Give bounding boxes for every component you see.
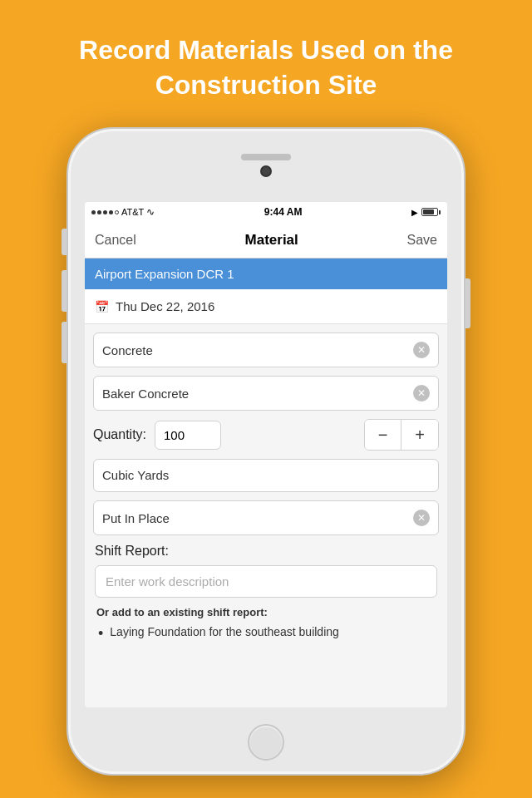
battery-body xyxy=(421,208,438,216)
supplier-clear[interactable]: ✕ xyxy=(413,385,430,401)
dot5 xyxy=(115,210,119,214)
shift-report-label: Shift Report: xyxy=(95,544,437,559)
vol-up-button xyxy=(62,270,66,312)
project-name: Airport Expansion DCR 1 xyxy=(95,267,234,281)
bullet-icon: • xyxy=(98,625,103,643)
status-right: ▶ xyxy=(411,208,441,217)
location-icon: ▶ xyxy=(411,208,418,217)
camera xyxy=(260,165,272,177)
placement-clear[interactable]: ✕ xyxy=(413,510,430,526)
signal-icon xyxy=(91,210,119,214)
quantity-label: Quantity: xyxy=(93,427,146,442)
phone-screen: AT&T ∿ 9:44 AM ▶ Cancel Materia xyxy=(85,202,447,707)
header-title: Record Materials Used on the Constructio… xyxy=(0,0,532,127)
supplier-field[interactable]: Baker Concrete ✕ xyxy=(93,376,439,411)
quantity-stepper: − + xyxy=(364,419,439,451)
material-type-clear[interactable]: ✕ xyxy=(413,342,430,358)
unit-field[interactable]: Cubic Yards xyxy=(93,459,439,492)
phone-shell: AT&T ∿ 9:44 AM ▶ Cancel Materia xyxy=(66,127,466,776)
status-left: AT&T ∿ xyxy=(91,206,155,218)
nav-bar: Cancel Material Save xyxy=(85,222,447,259)
power-button xyxy=(466,278,470,328)
vol-down-button xyxy=(62,322,66,363)
carrier-name: AT&T xyxy=(121,207,144,217)
dot4 xyxy=(109,210,113,214)
phone-top-area xyxy=(241,154,291,177)
battery-icon xyxy=(421,208,441,216)
form-body: Concrete ✕ Baker Concrete ✕ Quantity: xyxy=(85,332,447,648)
quantity-row: Quantity: − + xyxy=(85,411,447,459)
status-bar: AT&T ∿ 9:44 AM ▶ xyxy=(85,202,447,222)
cancel-button[interactable]: Cancel xyxy=(95,233,136,248)
clear-icon: ✕ xyxy=(417,344,426,356)
dot2 xyxy=(97,210,101,214)
shift-item-text: Laying Foundation for the southeast buil… xyxy=(110,625,339,638)
battery-fill xyxy=(423,209,434,214)
clear-icon-2: ✕ xyxy=(417,387,426,399)
project-bar[interactable]: Airport Expansion DCR 1 xyxy=(85,259,447,289)
save-button[interactable]: Save xyxy=(407,233,437,248)
shift-report-section: Shift Report: Enter work description Or … xyxy=(85,535,447,648)
speaker xyxy=(241,154,291,160)
material-type-field[interactable]: Concrete ✕ xyxy=(93,332,439,367)
date-value: Thu Dec 22, 2016 xyxy=(116,299,214,313)
clear-icon-3: ✕ xyxy=(417,512,426,524)
battery-tip xyxy=(439,210,441,214)
date-row[interactable]: 📅 Thu Dec 22, 2016 xyxy=(85,289,447,324)
placement-field[interactable]: Put In Place ✕ xyxy=(93,500,439,535)
dot1 xyxy=(91,210,96,214)
nav-title: Material xyxy=(245,232,298,249)
shift-description-input[interactable]: Enter work description xyxy=(95,565,437,598)
phone-mockup: AT&T ∿ 9:44 AM ▶ Cancel Materia xyxy=(66,127,466,776)
placement-value: Put In Place xyxy=(102,511,413,525)
home-button[interactable] xyxy=(248,724,284,761)
dot3 xyxy=(103,210,107,214)
quantity-plus-button[interactable]: + xyxy=(401,420,438,450)
unit-value: Cubic Yards xyxy=(102,468,169,482)
existing-shift-label: Or add to an existing shift report: xyxy=(95,606,437,618)
wifi-icon: ∿ xyxy=(146,206,155,218)
shift-list-item[interactable]: • Laying Foundation for the southeast bu… xyxy=(95,623,437,645)
quantity-minus-button[interactable]: − xyxy=(365,420,401,450)
supplier-value: Baker Concrete xyxy=(102,387,413,401)
status-time: 9:44 AM xyxy=(264,206,303,218)
calendar-icon: 📅 xyxy=(95,300,109,313)
material-type-value: Concrete xyxy=(102,343,413,357)
quantity-input[interactable] xyxy=(155,421,221,450)
